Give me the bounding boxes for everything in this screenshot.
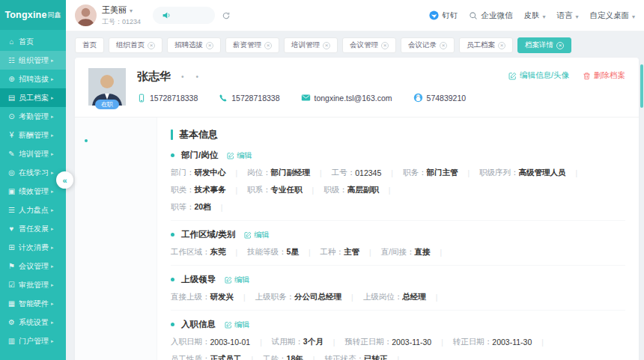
sidebar-collapse-button[interactable]: « [56, 171, 73, 189]
wecom-button[interactable]: 企业微信 [469, 10, 512, 21]
profile-nav-item[interactable] [75, 168, 157, 187]
profile-nav-item[interactable] [75, 150, 157, 168]
field-value: 2003-11-30 [492, 338, 532, 347]
profile-nav-item[interactable] [75, 318, 157, 337]
employee-archive-icon: ▤ [7, 94, 16, 102]
training-icon: ✎ [7, 150, 16, 158]
sidebar-item[interactable]: ♥ 晋任发展 [0, 219, 66, 238]
tab[interactable]: 培训管理 [284, 37, 338, 53]
submenu-arrow-icon [51, 338, 54, 344]
tab[interactable]: 薪资管理 [225, 37, 279, 53]
edit-profile-button[interactable]: 编辑信息/头像 [508, 70, 569, 81]
field-label: 转正日期 [453, 337, 493, 347]
field: 岗位 部门副经理 [247, 168, 332, 178]
sidebar-item[interactable]: ☰ 人力盘点 [0, 201, 66, 219]
custom-desktop-menu[interactable]: 自定义桌面 [589, 10, 635, 21]
close-tab-icon[interactable] [440, 42, 447, 49]
info-section: 上级领导 编辑 直接上级 研发兴 上级职务 分公司总经理 上级岗位 总经理 [171, 266, 625, 311]
tab-label: 招聘选拔 [174, 40, 203, 50]
meeting-icon: ⚑ [7, 262, 16, 270]
tab[interactable]: 首页 [75, 37, 104, 53]
field-value: 2003-10-01 [210, 338, 251, 347]
mobile-icon [137, 94, 146, 103]
refresh-icon[interactable] [222, 11, 231, 20]
sidebar-item[interactable]: ▦ 智能硬件 [0, 294, 66, 313]
close-tab-icon[interactable] [498, 42, 505, 49]
profile-nav-item[interactable] [75, 243, 157, 262]
sidebar-item[interactable]: ¥ 薪酬管理 [0, 126, 66, 144]
sidebar-item[interactable]: ☷ 组织管理 [0, 51, 66, 70]
close-tab-icon[interactable] [206, 42, 213, 49]
org-management-icon: ☷ [7, 56, 16, 64]
profile-nav-item[interactable] [75, 225, 157, 243]
employee-meta-item [181, 73, 184, 81]
sidebar-item[interactable]: ⚑ 会议管理 [0, 257, 66, 275]
skin-menu[interactable]: 皮肤 [523, 10, 545, 21]
tab[interactable]: 档案详情 [517, 37, 571, 53]
profile-nav-item[interactable] [75, 281, 157, 299]
sidebar-item[interactable]: ⌂ 首页 [0, 32, 66, 51]
close-tab-icon[interactable] [381, 42, 389, 49]
user-id: 工号：01234 [102, 17, 141, 27]
chevron-down-icon [130, 5, 133, 14]
profile-nav-item[interactable] [75, 187, 157, 206]
sidebar-item[interactable]: ▣ 绩效管理 [0, 182, 66, 201]
profile-nav-item[interactable] [75, 206, 157, 225]
submenu-arrow-icon [51, 245, 54, 251]
tab[interactable]: 会议记录 [401, 37, 455, 53]
chevron-down-icon [632, 11, 635, 20]
tab[interactable]: 员工档案 [459, 37, 513, 53]
field-label: 工种 [321, 247, 344, 257]
sidebar-item-label: 首页 [19, 37, 34, 47]
field-value: 20档 [195, 202, 211, 213]
header-action-label: 钉钉 [442, 10, 458, 21]
profile-nav-item[interactable] [75, 262, 157, 281]
close-tab-icon[interactable] [323, 42, 330, 49]
section-edit-button[interactable]: 编辑 [225, 320, 249, 330]
sidebar-item[interactable]: ⊞ 计次消费 [0, 238, 66, 257]
edit-icon [227, 152, 234, 159]
profile-section-nav [75, 118, 157, 360]
sidebar-item[interactable]: ✎ 培训管理 [0, 144, 66, 163]
profile-nav-item[interactable] [75, 337, 157, 356]
dingtalk-button[interactable]: 钉钉 [429, 10, 458, 21]
sidebar-item-label: 绩效管理 [19, 186, 49, 197]
profile-nav-item[interactable] [75, 131, 157, 150]
close-tab-icon[interactable] [264, 42, 272, 49]
sidebar-item[interactable]: ▤ 员工档案 [0, 88, 66, 107]
sidebar-item[interactable]: ⊙ 考勤管理 [0, 107, 66, 126]
language-menu[interactable]: 语言 [556, 10, 578, 21]
user-avatar [75, 4, 97, 26]
tab-label: 组织首页 [116, 40, 145, 50]
field: 部门 研发中心 [171, 168, 247, 178]
tab[interactable]: 会议管理 [342, 37, 396, 53]
field: 工作区域 东莞 [171, 247, 247, 257]
field-value: 已转正 [364, 354, 388, 360]
close-tab-icon[interactable] [556, 42, 564, 49]
profile-nav-item[interactable] [75, 356, 157, 360]
sidebar-item-label: 员工档案 [19, 93, 49, 103]
sidebar-item-label: 组织管理 [19, 55, 49, 66]
sidebar-item[interactable]: ⚙ 系统设置 [0, 313, 66, 332]
section-edit-button[interactable]: 编辑 [225, 275, 249, 285]
section-edit-button[interactable]: 编辑 [227, 150, 252, 161]
sidebar-item-label: 审批管理 [19, 280, 49, 290]
field-label: 工号 [332, 168, 356, 178]
close-tab-icon[interactable] [148, 42, 155, 49]
delete-profile-button[interactable]: 删除档案 [583, 70, 625, 81]
scrollbar-thumb[interactable] [640, 64, 643, 108]
current-user-menu[interactable]: 王美丽 工号：01234 [75, 4, 141, 27]
profile-nav-item[interactable] [75, 299, 157, 318]
sidebar-item-label: 计次消费 [19, 242, 49, 253]
field: 入职日期 2003-10-01 [171, 337, 272, 347]
sidebar-item-label: 人力盘点 [19, 205, 49, 216]
field-row: 入职日期 2003-10-01 试用期 3个月 预转正日期 2003-11-30… [171, 337, 625, 360]
portal-icon: ▥ [7, 337, 16, 345]
header-action-label: 自定义桌面 [589, 10, 629, 21]
sidebar-item[interactable]: ☑ 审批管理 [0, 275, 66, 294]
sidebar-item[interactable]: ▥ 门户管理 [0, 332, 66, 350]
tab[interactable]: 组织首页 [109, 37, 162, 53]
tab[interactable]: 招聘选拔 [167, 37, 221, 53]
section-edit-button[interactable]: 编辑 [244, 230, 269, 240]
sidebar-item[interactable]: ⊕ 招聘选拔 [0, 70, 66, 88]
